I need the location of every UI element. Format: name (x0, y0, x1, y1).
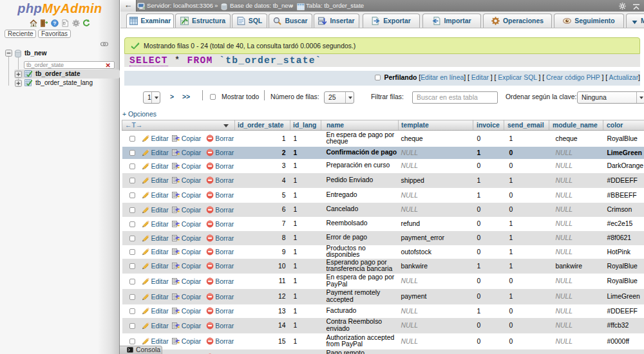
svg-text:?: ? (53, 21, 56, 26)
